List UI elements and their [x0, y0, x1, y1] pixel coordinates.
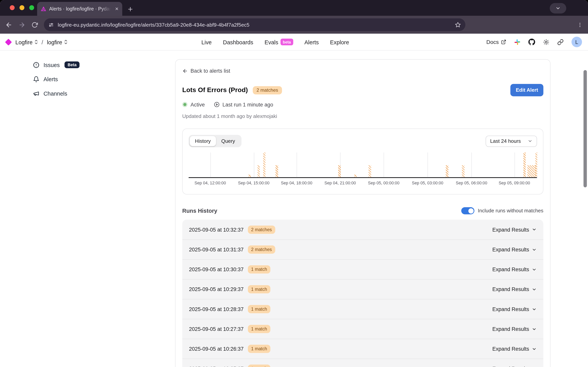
expand-results-button[interactable]: Expand Results	[492, 286, 537, 292]
sidebar-item-issues[interactable]: Issues Beta	[33, 61, 80, 69]
chart-gridline	[210, 152, 211, 177]
chart-x-tick-label: Sep 04, 21:00:00	[324, 181, 356, 185]
match-count-badge: 1 match	[248, 265, 271, 273]
docs-link[interactable]: Docs	[486, 39, 506, 45]
run-row[interactable]: 2025-09-05 at 10:29:371 matchExpand Resu…	[182, 279, 543, 299]
new-tab-button[interactable]	[127, 6, 134, 12]
chevron-down-icon	[532, 267, 537, 272]
expand-results-button[interactable]: Expand Results	[492, 346, 537, 352]
expand-results-button[interactable]: Expand Results	[492, 366, 537, 367]
sidebar-item-alerts[interactable]: Alerts	[33, 75, 80, 83]
chart-x-tick-label: Sep 05, 00:00:00	[368, 181, 400, 185]
run-timestamp: 2025-09-05 at 10:29:37	[189, 286, 244, 292]
match-count-badge: 1 match	[248, 325, 271, 333]
expand-results-button[interactable]: Expand Results	[492, 326, 537, 332]
run-row[interactable]: 2025-09-05 at 10:32:372 matchesExpand Re…	[182, 219, 543, 239]
bookmark-star-icon[interactable]	[455, 22, 461, 28]
run-timestamp: 2025-09-05 at 10:32:37	[189, 226, 244, 233]
expand-results-button[interactable]: Expand Results	[492, 247, 537, 253]
run-row[interactable]: 2025-09-05 at 10:30:371 matchExpand Resu…	[182, 259, 543, 279]
history-chart-plot[interactable]	[189, 152, 537, 178]
org-switcher[interactable]: Logfire	[15, 39, 38, 45]
share-link-icon[interactable]	[557, 39, 564, 45]
chart-bar	[248, 175, 251, 177]
expand-results-button[interactable]: Expand Results	[492, 306, 537, 312]
run-row[interactable]: 2025-09-05 at 10:28:371 matchExpand Resu…	[182, 299, 543, 319]
back-to-alerts-link[interactable]: Back to alerts list	[182, 68, 543, 74]
nav-explore[interactable]: Explore	[330, 39, 349, 45]
chart-x-tick-label: Sep 05, 09:00:00	[499, 181, 530, 185]
macos-traffic-lights[interactable]	[10, 5, 34, 10]
history-query-tabs: History Query	[189, 135, 241, 147]
play-circle-icon	[214, 102, 220, 108]
nav-evals[interactable]: Evalsbeta	[264, 39, 293, 45]
run-timestamp: 2025-09-05 at 10:27:37	[189, 326, 244, 332]
chart-gridline	[428, 152, 428, 177]
chart-bar	[462, 165, 465, 177]
chart-bar	[263, 152, 266, 177]
close-tab-icon[interactable]	[115, 7, 119, 11]
expand-results-button[interactable]: Expand Results	[492, 266, 537, 272]
expand-results-button[interactable]: Expand Results	[492, 226, 537, 233]
page-scrollbar-thumb[interactable]	[584, 70, 587, 187]
bell-icon	[33, 76, 40, 82]
nav-live[interactable]: Live	[201, 39, 212, 45]
github-icon[interactable]	[528, 39, 535, 45]
chevron-down-icon	[532, 287, 537, 292]
chart-bar	[446, 165, 448, 177]
chart-gridline	[254, 152, 254, 177]
url-bar[interactable]: logfire-eu.pydantic.info/logfire/logfire…	[44, 18, 466, 31]
time-range-select[interactable]: Last 24 hours	[486, 135, 537, 147]
project-name: logfire	[47, 39, 62, 45]
reload-button[interactable]	[32, 22, 38, 28]
nav-dashboards[interactable]: Dashboards	[223, 39, 253, 45]
sidebar-item-label: Issues	[43, 62, 60, 68]
tab-history[interactable]: History	[190, 136, 216, 146]
site-settings-icon[interactable]	[48, 22, 54, 28]
chart-gridline	[514, 152, 515, 177]
run-timestamp: 2025-09-05 at 10:28:37	[189, 306, 244, 312]
run-row[interactable]: 2025-09-05 at 10:25:371 matchExpand Resu…	[182, 359, 543, 367]
match-count-badge: 1 match	[248, 345, 271, 353]
project-switcher[interactable]: logfire	[47, 39, 68, 45]
chart-bar	[527, 165, 536, 177]
tab-title: Alerts · logfire/logfire · Pydant	[49, 6, 112, 12]
page-body: Issues Beta Alerts Channels Back to aler…	[0, 50, 588, 367]
browser-window: Alerts · logfire/logfire · Pydant logfir…	[0, 0, 588, 367]
sidebar-item-label: Channels	[43, 90, 67, 97]
beta-badge: Beta	[65, 61, 79, 68]
megaphone-icon	[33, 90, 40, 97]
slack-icon[interactable]	[514, 39, 520, 45]
forward-button[interactable]	[18, 21, 26, 28]
runs-list: 2025-09-05 at 10:32:372 matchesExpand Re…	[182, 219, 543, 367]
tab-search-button[interactable]	[550, 3, 566, 13]
run-row[interactable]: 2025-09-05 at 10:31:372 matchesExpand Re…	[182, 239, 543, 259]
chart-bar	[275, 165, 278, 177]
minimize-window-button	[19, 5, 24, 10]
alert-detail-card: Back to alerts list Lots Of Errors (Prod…	[175, 59, 550, 367]
nav-alerts[interactable]: Alerts	[304, 39, 319, 45]
run-row[interactable]: 2025-09-05 at 10:26:371 matchExpand Resu…	[182, 339, 543, 359]
org-name: Logfire	[15, 39, 33, 45]
match-count-badge: 1 match	[248, 285, 271, 293]
status-label: Active	[191, 102, 205, 108]
chart-x-tick-label: Sep 04, 15:00:00	[238, 181, 270, 185]
run-timestamp: 2025-09-05 at 10:25:37	[189, 366, 244, 367]
sidebar-item-channels[interactable]: Channels	[33, 89, 80, 97]
chart-x-tick-label: Sep 05, 03:00:00	[412, 181, 443, 185]
close-window-button	[10, 5, 15, 10]
back-button[interactable]	[5, 21, 12, 28]
matches-badge: 2 matches	[253, 86, 282, 94]
browser-tab[interactable]: Alerts · logfire/logfire · Pydant	[37, 2, 122, 16]
include-runs-toggle[interactable]	[461, 207, 474, 214]
tab-query[interactable]: Query	[216, 136, 240, 146]
chart-x-tick-label: Sep 04, 18:00:00	[281, 181, 313, 185]
edit-alert-button[interactable]: Edit Alert	[511, 84, 544, 96]
toggle-knob	[468, 208, 473, 213]
run-row[interactable]: 2025-09-05 at 10:27:371 matchExpand Resu…	[182, 319, 543, 339]
updated-label: Updated about 1 month ago by alexmojaki	[182, 113, 543, 119]
sidebar-item-label: Alerts	[43, 76, 58, 82]
theme-toggle-sun-icon[interactable]	[543, 39, 549, 45]
browser-menu-icon[interactable]	[577, 22, 583, 28]
user-avatar[interactable]: L	[571, 37, 582, 47]
